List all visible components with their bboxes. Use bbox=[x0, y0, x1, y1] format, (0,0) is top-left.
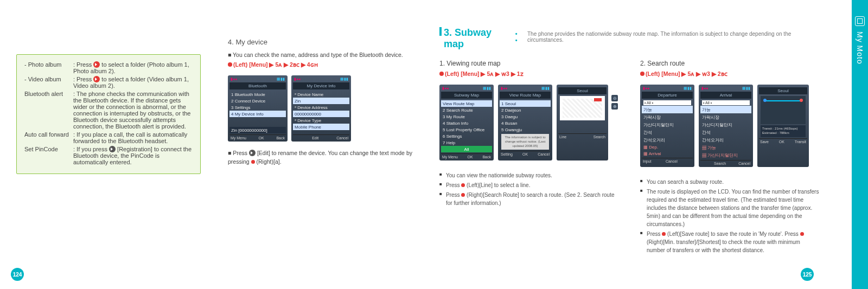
red-dot-icon bbox=[228, 62, 232, 67]
phone-mock-bluetooth: ▮◂◂▦▮▮ Bluetooth 1 Bluetooth Mode 2 Conn… bbox=[228, 75, 288, 142]
list-item: Press (Left)[Save route] to save the rou… bbox=[640, 230, 819, 254]
phone-mock-arrival: ▮◂◂▦▮▮ Arrival • All • 가능 가락시장 가산디지털단지 간… bbox=[699, 85, 753, 167]
page-number-right: 125 bbox=[801, 268, 814, 281]
list-item: Press (Right)[Search Route] to search a … bbox=[439, 191, 618, 207]
row-label: Auto call forward bbox=[24, 131, 73, 138]
row-label: - Video album bbox=[24, 76, 73, 82]
nav-icon bbox=[93, 61, 100, 68]
header-bar-icon bbox=[439, 27, 442, 36]
subsection-title: 1. Viewing route map bbox=[439, 60, 618, 67]
red-dot-icon bbox=[640, 72, 644, 76]
row-desc: : The phone checks the communication wit… bbox=[73, 91, 193, 130]
section-header: 3. Subway map • • The phone provides the… bbox=[439, 27, 819, 50]
tab-book-icon bbox=[855, 16, 865, 26]
row-desc: : Press to select a folder (Photo album … bbox=[73, 61, 193, 74]
zoom-in-icon: ⊕ bbox=[611, 103, 618, 110]
nav-icon bbox=[93, 76, 100, 82]
red-dot-icon bbox=[251, 160, 255, 164]
phone-mock-viewroutemap: ▮◂◂▦▮▮ View Route Map 1 Seoul 2 Daejeon … bbox=[498, 85, 552, 160]
nav-path: (Left) [Menu] ▶ 5ᴀ ▶ 2ʙᴄ ▶ 4ɢʜ bbox=[228, 61, 423, 68]
phone-mock-subwaymap: ▮◂◂▦▮▮ Subway Map View Route Map 2 Searc… bbox=[439, 85, 494, 160]
row-label: Bluetooth alert bbox=[24, 91, 73, 97]
nav-icon bbox=[109, 146, 116, 152]
list-item: The route is displayed on the LCD. You c… bbox=[640, 188, 819, 228]
phone-mock-device-info: ▮◂◂▦▮▮ My Device Info ᵃ Device Name Zin … bbox=[291, 75, 351, 142]
section-line: ■ You can check the name, address and ty… bbox=[228, 52, 423, 58]
tab-label: My Moto bbox=[856, 31, 864, 65]
nav-path: (Left) [Menu] ▶ 5ᴀ ▶ ᴡ3 ▶ 2ʙᴄ bbox=[640, 70, 819, 77]
left-info-box: - Photo album : Press to select a folder… bbox=[16, 54, 201, 174]
list-item: Press (Left)[Line] to select a line. bbox=[439, 181, 618, 189]
page-number-left: 124 bbox=[11, 268, 24, 281]
list-item: You can search a subway route. bbox=[640, 178, 819, 186]
section-line2: ■ Press [Edit] to rename the device. You… bbox=[228, 149, 423, 166]
phone-mock-seoul-map: Seoul LineSearch bbox=[557, 85, 608, 160]
phone-mock-result: Seoul Transit : 21ms (46Stops) Estimated… bbox=[757, 85, 809, 167]
row-desc: : If you place a call, the call is autom… bbox=[73, 131, 193, 144]
zoom-out-icon: ⊖ bbox=[611, 95, 618, 101]
list-item: You can view the nationwide subway route… bbox=[439, 171, 618, 179]
red-dot-icon bbox=[800, 232, 804, 236]
row-desc: : Press to select a folder (Video album … bbox=[73, 76, 193, 89]
nav-path: (Left) [Menu] ▶ 5ᴀ ▶ ᴡ3 ▶ 1ᴢ bbox=[439, 70, 618, 77]
subsection-view-route: 1. Viewing route map (Left) [Menu] ▶ 5ᴀ … bbox=[439, 60, 618, 256]
phone-mock-departure: ▮◂◂▦▮▮ Departure • All • 가능 가락시장 가산디지털단지… bbox=[640, 85, 694, 167]
red-dot-icon bbox=[439, 72, 444, 76]
bullet-list: You can view the nationwide subway route… bbox=[439, 171, 618, 207]
section-title: 4. My device bbox=[228, 38, 423, 46]
subsection-search-route: 2. Search route (Left) [Menu] ▶ 5ᴀ ▶ ᴡ3 … bbox=[640, 60, 819, 256]
subsection-title: 2. Search route bbox=[640, 60, 819, 67]
right-page: 3. Subway map • • The phone provides the… bbox=[423, 0, 835, 289]
map-thumb-icon bbox=[560, 96, 605, 120]
side-tab: My Moto bbox=[852, 0, 868, 289]
row-desc: : If you press [Registration] to connect… bbox=[73, 146, 193, 165]
row-label: Set PinCode bbox=[24, 146, 73, 152]
left-page: - Photo album : Press to select a folder… bbox=[0, 0, 423, 289]
left-column-2: 4. My device ■ You can check the name, a… bbox=[228, 38, 423, 166]
row-label: - Photo album bbox=[24, 61, 73, 68]
bullet-list: You can search a subway route. The route… bbox=[640, 178, 819, 254]
nav-icon bbox=[249, 150, 256, 156]
